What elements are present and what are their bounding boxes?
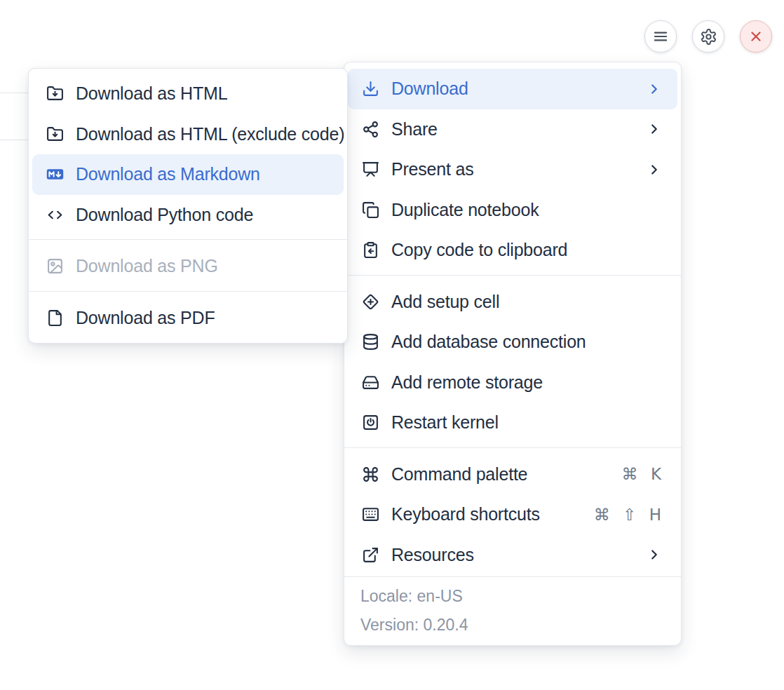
shutdown-button[interactable] [740,20,772,53]
menu-item-label: Add setup cell [391,292,662,312]
menu-item-label: Download as PNG [76,256,328,276]
keyboard-icon [362,506,379,523]
menu-item-duplicate-notebook[interactable]: Duplicate notebook [348,190,677,231]
menu-item-label: Command palette [391,464,610,485]
folder-down-icon [46,85,64,102]
share-icon [362,121,379,138]
menu-item-label: Download as Markdown [76,164,328,184]
menu-item-label: Add database connection [391,332,662,352]
menu-item-label: Add remote storage [391,372,662,393]
background-rule [0,140,29,140]
menu-item-add-database-connection[interactable]: Add database connection [348,322,677,363]
copy-icon [362,201,379,219]
diamond-plus-icon [362,293,379,311]
database-icon [362,333,379,351]
menu-item-keyboard-shortcuts[interactable]: Keyboard shortcuts⌘ ⇧ H [348,494,677,535]
external-link-icon [362,546,379,564]
menu-footer: Locale: en-US Version: 0.20.4 [344,576,681,645]
menu-item-command-palette[interactable]: Command palette⌘ K [348,454,677,495]
menu-item-label: Present as [391,159,635,180]
menu-item-label: Duplicate notebook [391,200,662,220]
close-x-icon [748,29,764,44]
power-square-icon [362,414,379,431]
menu-item-add-setup-cell[interactable]: Add setup cell [348,282,677,323]
presentation-icon [362,161,379,178]
menu-item-label: Download as HTML [76,83,328,104]
download-icon [362,80,379,97]
shortcut-hint: ⌘ ⇧ H [594,506,662,524]
chevron-right-icon [647,162,662,177]
download-submenu: Download as HTMLDownload as HTML (exclud… [28,68,348,344]
menu-item-restart-kernel[interactable]: Restart kernel [348,402,677,443]
settings-button[interactable] [692,20,724,53]
menu-item-label: Download as HTML (exclude code) [76,124,344,144]
clipboard-copy-icon [362,241,379,259]
menu-item-download-python-code[interactable]: Download Python code [32,195,344,236]
menu-item-label: Download as PDF [76,308,328,328]
menu-item-download-as-html[interactable]: Download as HTML [32,74,344,114]
menu-item-label: Restart kernel [391,412,662,433]
markdown-badge-icon [46,165,64,183]
menu-item-label: Keyboard shortcuts [391,504,582,525]
command-icon [362,466,379,483]
folder-down-icon [46,126,64,143]
notebook-menu: DownloadSharePresent asDuplicate noteboo… [344,62,682,646]
chevron-right-icon [647,81,662,97]
notebook-action-buttons [644,20,772,53]
menu-item-present-as[interactable]: Present as [348,149,677,190]
file-icon [46,309,64,327]
menu-separator [29,239,347,240]
gear-icon [700,28,717,46]
menu-item-download-as-png: Download as PNG [32,246,344,287]
background-rule [0,93,29,93]
menu-item-resources[interactable]: Resources [348,535,677,576]
hard-drive-icon [362,374,379,391]
menu-item-download-as-pdf[interactable]: Download as PDF [32,298,344,339]
menu-item-label: Copy code to clipboard [391,240,662,260]
menu-item-download-as-html-exclude-code[interactable]: Download as HTML (exclude code) [32,114,344,155]
menu-item-share[interactable]: Share [348,109,677,150]
chevron-right-icon [647,547,662,562]
menu-item-add-remote-storage[interactable]: Add remote storage [348,363,677,403]
menu-item-download-as-markdown[interactable]: Download as Markdown [32,154,344,195]
hamburger-icon [651,27,670,46]
menu-item-label: Share [391,119,635,140]
menu-item-label: Download [391,79,635,99]
version-text: Version: 0.20.4 [360,616,665,635]
menu-item-label: Download Python code [76,205,328,225]
menu-separator [344,447,681,448]
image-icon [46,257,64,275]
menu-item-copy-code-to-clipboard[interactable]: Copy code to clipboard [348,230,677,271]
shortcut-hint: ⌘ K [622,465,662,483]
chevron-right-icon [647,121,662,137]
menu-button[interactable] [644,20,677,53]
locale-text: Locale: en-US [360,587,665,606]
menu-separator [29,291,347,292]
menu-separator [344,275,681,276]
menu-item-download[interactable]: Download [348,69,677,109]
code-icon [46,206,64,224]
menu-item-label: Resources [391,545,635,565]
